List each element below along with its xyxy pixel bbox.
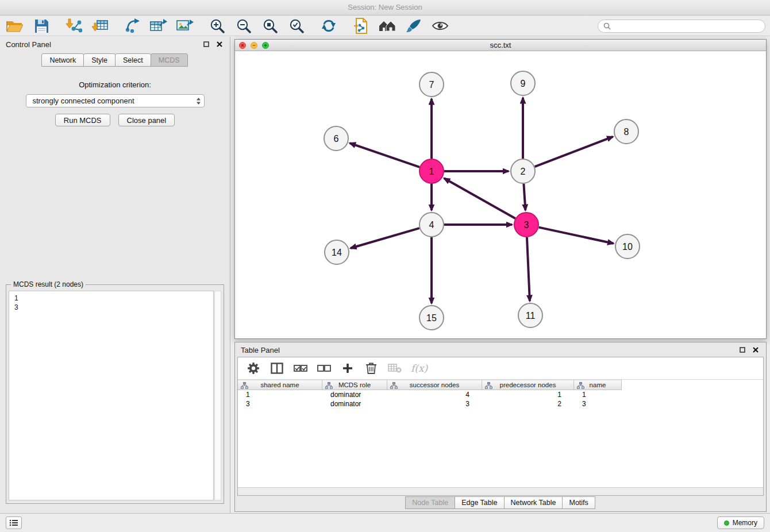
zoom-fit-button[interactable]: [260, 17, 280, 34]
network-document-button[interactable]: [351, 17, 371, 34]
table-settings-button[interactable]: [246, 361, 261, 376]
zoom-selected-button[interactable]: [286, 17, 307, 34]
mcds-result-item[interactable]: 3: [14, 303, 208, 312]
import-network-button[interactable]: [63, 17, 84, 34]
close-panel-button[interactable]: Close panel: [118, 114, 175, 126]
show-graphics-button[interactable]: [430, 17, 451, 34]
home-button[interactable]: [377, 17, 398, 34]
table-row[interactable]: 3dominator323: [238, 399, 763, 408]
table-cell[interactable]: 4: [387, 390, 482, 399]
unselect-all-columns-button[interactable]: [317, 361, 332, 376]
network-canvas[interactable]: 7968124314101511: [235, 51, 766, 338]
delete-table-button[interactable]: [387, 361, 402, 376]
zoom-out-button[interactable]: [233, 17, 254, 34]
column-header-shared-name[interactable]: shared name: [238, 380, 322, 390]
search-icon: [603, 22, 611, 30]
graph-node-label-7: 7: [429, 80, 434, 90]
table-tab-node-table[interactable]: Node Table: [405, 496, 455, 509]
network-graph[interactable]: 7968124314101511: [235, 51, 766, 338]
mcds-result-item[interactable]: 1: [14, 294, 208, 303]
add-column-button[interactable]: [340, 361, 355, 376]
show-columns-button[interactable]: [270, 361, 284, 376]
export-image-button[interactable]: [175, 17, 195, 34]
float-table-panel-button[interactable]: [738, 345, 747, 354]
graph-edge-4-14[interactable]: [351, 228, 419, 248]
close-window-button[interactable]: [239, 42, 246, 49]
graph-node-label-11: 11: [526, 311, 536, 321]
table-cell[interactable]: 3: [387, 399, 482, 408]
panels-menu-button[interactable]: [6, 516, 22, 529]
float-window-icon: [740, 347, 745, 353]
mcds-result-title: MCDS result (2 nodes): [11, 280, 86, 288]
result-scrollbar[interactable]: [214, 291, 221, 500]
table-cell[interactable]: 2: [482, 399, 574, 408]
search-box[interactable]: [598, 20, 765, 33]
delete-column-button[interactable]: [364, 361, 379, 376]
graph-edge-3-1[interactable]: [444, 178, 515, 218]
style-brush-icon: [406, 18, 422, 33]
minimize-window-button[interactable]: [251, 42, 257, 49]
close-icon: [753, 347, 759, 353]
graph-edge-3-11[interactable]: [527, 237, 530, 301]
close-table-panel-button[interactable]: [751, 345, 760, 354]
table-cell[interactable]: 1: [482, 390, 574, 399]
export-table-icon: [150, 18, 167, 33]
control-panel-tab-style[interactable]: Style: [83, 53, 116, 67]
export-network-button[interactable]: [122, 17, 143, 34]
zoom-in-icon: [210, 18, 225, 33]
attribute-tree-icon: [241, 382, 248, 389]
table-horizontal-scrollbar[interactable]: [238, 487, 763, 495]
table-cell[interactable]: dominator: [322, 390, 387, 399]
function-builder-button[interactable]: f(x): [411, 363, 428, 374]
memory-button[interactable]: Memory: [717, 516, 764, 529]
main-toolbar: [0, 16, 770, 36]
style-button[interactable]: [403, 17, 424, 34]
graph-edge-2-8[interactable]: [535, 137, 613, 167]
view-tool-group: [351, 17, 451, 34]
table-row[interactable]: 1dominator411: [238, 390, 763, 399]
plus-icon: [342, 363, 353, 374]
folder-open-icon: [6, 19, 24, 33]
zoom-in-button[interactable]: [207, 17, 228, 34]
column-header-name[interactable]: name: [574, 380, 622, 390]
table-cell[interactable]: dominator: [322, 399, 387, 408]
control-panel-tab-select[interactable]: Select: [115, 53, 151, 67]
table-cell[interactable]: 3: [238, 399, 322, 408]
run-mcds-button[interactable]: Run MCDS: [55, 114, 110, 126]
attribute-tree-icon: [577, 382, 584, 389]
graph-edge-1-6[interactable]: [350, 143, 420, 167]
control-panel-tab-network[interactable]: Network: [41, 53, 84, 67]
float-window-icon: [203, 41, 209, 47]
select-all-columns-button[interactable]: [293, 361, 308, 376]
table-tab-edge-table[interactable]: Edge Table: [455, 496, 504, 509]
maximize-window-button[interactable]: [262, 42, 269, 49]
search-input[interactable]: [614, 22, 760, 30]
open-session-button[interactable]: [5, 17, 25, 34]
table-tab-motifs[interactable]: Motifs: [562, 496, 595, 509]
table-panel-header: Table Panel: [235, 342, 766, 357]
float-panel-button[interactable]: [202, 40, 211, 49]
control-panel-header: Control Panel: [0, 37, 230, 52]
refresh-button[interactable]: [318, 17, 339, 34]
column-header-predecessor-nodes[interactable]: predecessor nodes: [482, 380, 574, 390]
table-cell[interactable]: 1: [238, 390, 322, 399]
save-session-button[interactable]: [31, 17, 52, 34]
graph-edge-2-3[interactable]: [523, 184, 525, 210]
import-table-button[interactable]: [90, 17, 110, 34]
memory-status-icon: [724, 521, 729, 526]
network-window-titlebar[interactable]: scc.txt: [235, 40, 766, 51]
table-cell[interactable]: 3: [574, 399, 622, 408]
table-cell[interactable]: 1: [574, 390, 622, 399]
graph-edge-3-10[interactable]: [539, 228, 614, 244]
control-panel-tab-mcds[interactable]: MCDS: [151, 53, 188, 67]
mcds-result-list[interactable]: 13: [9, 291, 214, 500]
close-control-panel-button[interactable]: [215, 40, 224, 49]
unchecked-boxes-icon: [317, 363, 331, 373]
minimize-glyph-icon: [252, 44, 256, 47]
optimization-criterion-dropdown[interactable]: strongly connected component: [26, 94, 205, 107]
column-header-successor-nodes[interactable]: successor nodes: [387, 380, 482, 390]
column-header-MCDS-role[interactable]: MCDS role: [322, 380, 387, 390]
graph-node-label-6: 6: [334, 134, 339, 144]
table-tab-network-table[interactable]: Network Table: [504, 496, 563, 509]
export-table-button[interactable]: [148, 17, 169, 34]
